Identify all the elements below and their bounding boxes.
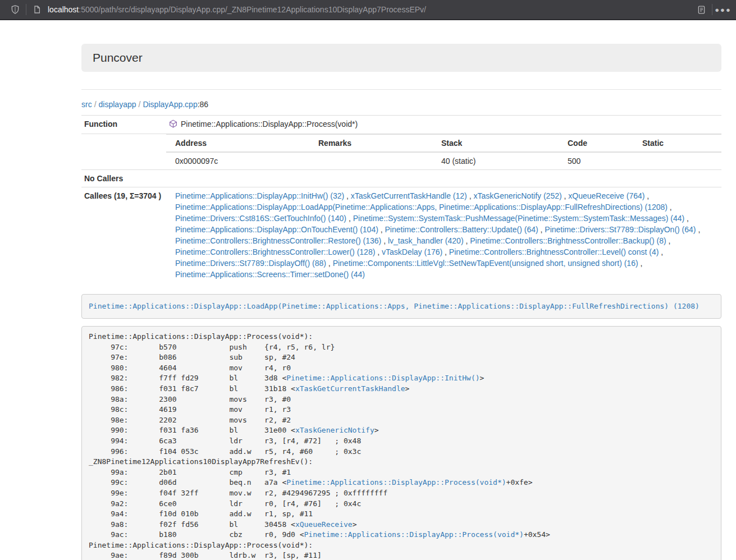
metrics-value-row: 0x0000097c 40 (static) 500 bbox=[166, 152, 721, 169]
remarks-value bbox=[309, 152, 432, 169]
asm-symbol-link[interactable]: Pinetime::Applications::DisplayApp::Proc… bbox=[304, 530, 524, 539]
metrics-row: Address Remarks Stack Code Static 0x0000… bbox=[81, 134, 721, 170]
address-value: 0x0000097c bbox=[166, 152, 309, 169]
callee-link[interactable]: xTaskGetCurrentTaskHandle (12) bbox=[351, 191, 467, 200]
metrics-table: Address Remarks Stack Code Static 0x0000… bbox=[166, 134, 721, 169]
url-path: :5000/path/src/displayapp/DisplayApp.cpp… bbox=[79, 5, 426, 14]
callee-link[interactable]: xTaskGenericNotify (252) bbox=[473, 191, 561, 200]
tracking-protection-shield-icon[interactable] bbox=[8, 2, 22, 17]
callee-link[interactable]: Pinetime::Applications::DisplayApp::Load… bbox=[175, 203, 668, 212]
callee-link[interactable]: Pinetime::Controllers::BrightnessControl… bbox=[449, 247, 659, 256]
callee-link[interactable]: Pinetime::Controllers::Battery::Update()… bbox=[385, 225, 538, 234]
code-value: 500 bbox=[559, 152, 633, 169]
breadcrumb-link[interactable]: displayapp bbox=[99, 100, 136, 109]
callee-link[interactable]: Pinetime::Controllers::BrightnessControl… bbox=[175, 236, 381, 245]
callee-link[interactable]: xQueueReceive (764) bbox=[568, 191, 644, 200]
url-host: localhost bbox=[48, 5, 79, 14]
page-title-box: Puncover bbox=[81, 44, 721, 72]
callee-link[interactable]: Pinetime::Controllers::BrightnessControl… bbox=[175, 247, 375, 256]
callee-link[interactable]: Pinetime::Drivers::Cst816S::GetTouchInfo… bbox=[175, 214, 346, 223]
callees-list: Pinetime::Applications::DisplayApp::Init… bbox=[166, 187, 721, 283]
no-callers-label: No Callers bbox=[81, 170, 166, 187]
disassembly-block: Pinetime::Applications::DisplayApp::Proc… bbox=[81, 326, 721, 560]
browser-toolbar: localhost:5000/path/src/displayapp/Displ… bbox=[0, 0, 736, 20]
selected-callee-link[interactable]: Pinetime::Applications::DisplayApp::Load… bbox=[89, 302, 700, 310]
breadcrumb-link[interactable]: src bbox=[81, 100, 92, 109]
function-name: Pinetime::Applications::DisplayApp::Proc… bbox=[181, 120, 358, 128]
stack-value: 40 (static) bbox=[432, 152, 559, 169]
callee-link[interactable]: Pinetime::Applications::DisplayApp::OnTo… bbox=[175, 225, 378, 234]
callee-link[interactable]: Pinetime::Drivers::St7789::DisplayOn() (… bbox=[545, 225, 696, 234]
function-info-table: Function Pinetime::Applications::Display… bbox=[81, 115, 721, 283]
function-row: Function Pinetime::Applications::Display… bbox=[81, 116, 721, 134]
asm-symbol-link[interactable]: Pinetime::Applications::DisplayApp::Proc… bbox=[286, 478, 506, 486]
no-callers-row: No Callers bbox=[81, 170, 721, 187]
breadcrumb: src/displayapp/DisplayApp.cpp:86 bbox=[81, 100, 721, 109]
col-stack: Stack bbox=[432, 135, 559, 153]
toolbar-divider bbox=[712, 4, 712, 15]
breadcrumb-separator: / bbox=[136, 100, 143, 109]
static-value bbox=[633, 152, 721, 169]
col-static: Static bbox=[633, 135, 721, 153]
breadcrumb-link[interactable]: DisplayApp.cpp bbox=[143, 100, 197, 109]
callee-link[interactable]: vTaskDelay (176) bbox=[382, 247, 442, 256]
breadcrumb-separator: / bbox=[92, 100, 99, 109]
asm-symbol-link[interactable]: Pinetime::Applications::DisplayApp::Init… bbox=[286, 374, 479, 382]
callee-link[interactable]: Pinetime::Controllers::BrightnessControl… bbox=[470, 236, 666, 245]
callee-link[interactable]: Pinetime::System::SystemTask::PushMessag… bbox=[353, 214, 685, 223]
callee-link[interactable]: Pinetime::Applications::Screens::Timer::… bbox=[175, 270, 365, 279]
page-info-icon[interactable] bbox=[30, 2, 44, 17]
more-actions-icon[interactable]: ●●● bbox=[716, 2, 730, 17]
callee-link[interactable]: Pinetime::Components::LittleVgl::SetNewT… bbox=[333, 259, 638, 268]
col-code: Code bbox=[559, 135, 633, 153]
metrics-header-row: Address Remarks Stack Code Static bbox=[166, 135, 721, 153]
toolbar-divider bbox=[26, 4, 26, 15]
reader-view-icon[interactable] bbox=[694, 2, 708, 17]
page-title: Puncover bbox=[93, 51, 143, 64]
package-icon bbox=[169, 120, 177, 131]
callee-link[interactable]: Pinetime::Applications::DisplayApp::Init… bbox=[175, 191, 344, 200]
callee-link[interactable]: Pinetime::Drivers::St7789::DisplayOff() … bbox=[175, 259, 326, 268]
page-container: Puncover src/displayapp/DisplayApp.cpp:8… bbox=[81, 44, 721, 560]
function-label: Function bbox=[81, 116, 166, 134]
callees-row: Callees (19, Σ=3704 ) Pinetime::Applicat… bbox=[81, 187, 721, 283]
divider bbox=[81, 89, 721, 90]
asm-symbol-link[interactable]: xQueueReceive bbox=[295, 520, 353, 529]
callees-label: Callees (19, Σ=3704 ) bbox=[81, 187, 166, 283]
asm-symbol-link[interactable]: xTaskGetCurrentTaskHandle bbox=[295, 384, 405, 393]
asm-symbol-link[interactable]: xTaskGenericNotify bbox=[295, 426, 374, 434]
callee-link[interactable]: lv_task_handler (420) bbox=[388, 236, 464, 245]
col-remarks: Remarks bbox=[309, 135, 432, 153]
breadcrumb-line-number: :86 bbox=[198, 100, 208, 109]
col-address: Address bbox=[166, 135, 309, 153]
selected-callee-block: Pinetime::Applications::DisplayApp::Load… bbox=[81, 294, 721, 319]
url-bar[interactable]: localhost:5000/path/src/displayapp/Displ… bbox=[44, 2, 694, 17]
